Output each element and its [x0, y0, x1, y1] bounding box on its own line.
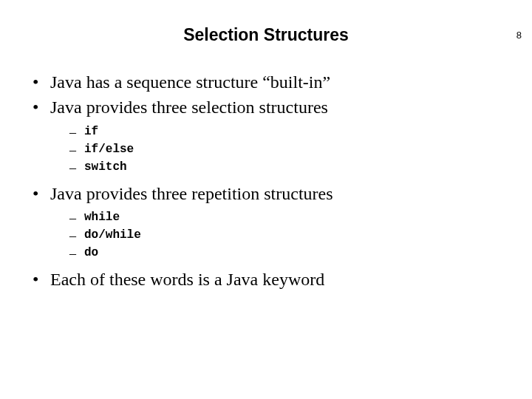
bullet-list: Java has a sequence structure “built-in”… — [33, 70, 514, 292]
sub-item: while — [69, 208, 514, 226]
bullet-item: Java provides three selection structures… — [33, 95, 514, 175]
bullet-text: Java provides three repetition structure… — [50, 184, 333, 203]
slide: 8 Selection Structures Java has a sequen… — [0, 25, 532, 399]
page-number: 8 — [516, 30, 522, 41]
sub-list: while do/while do — [69, 208, 514, 262]
sub-item: do — [69, 244, 514, 262]
sub-list: if if/else switch — [69, 123, 514, 176]
sub-item: do/while — [69, 226, 514, 244]
bullet-text: Java provides three selection structures — [50, 98, 328, 117]
sub-item: if/else — [69, 140, 514, 158]
sub-item: if — [69, 123, 514, 140]
bullet-item: Java provides three repetition structure… — [33, 182, 514, 262]
bullet-item: Each of these words is a Java keyword — [33, 267, 514, 291]
bullet-item: Java has a sequence structure “built-in” — [33, 70, 514, 94]
sub-item: switch — [69, 158, 514, 176]
slide-title: Selection Structures — [18, 25, 514, 45]
